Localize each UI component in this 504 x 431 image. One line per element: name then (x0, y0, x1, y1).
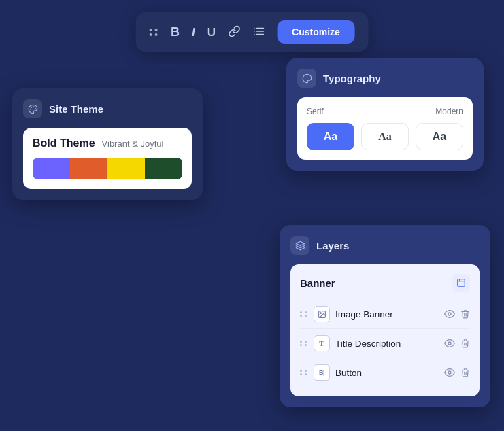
layers-title: Layers (316, 240, 349, 252)
toolbar-card: B I U Customize (135, 12, 369, 52)
list-icon[interactable] (252, 25, 265, 39)
layers-content: Banner Image Banner (290, 264, 480, 396)
delete-icon[interactable] (460, 309, 470, 319)
layer-name-title-description: Title Description (335, 339, 439, 349)
layer-item-title-description: T Title Description (300, 329, 470, 358)
button-icon: B| (314, 364, 330, 381)
theme-color-swatches (33, 158, 182, 179)
visibility-icon[interactable] (444, 367, 455, 378)
layers-section-header: Banner (300, 274, 470, 292)
layers-card: Layers Banner (280, 225, 490, 407)
layers-icon (290, 236, 309, 255)
typography-card: Typography Serif Modern Aa Aa Aa (286, 58, 484, 171)
site-theme-card: Site Theme Bold Theme Vibrant & Joyful (12, 88, 203, 200)
customize-button[interactable]: Customize (277, 20, 355, 44)
italic-icon[interactable]: I (192, 27, 195, 38)
svg-point-18 (448, 371, 451, 374)
bold-icon[interactable]: B (171, 26, 180, 38)
typo-btn-serif[interactable]: Aa (361, 123, 409, 150)
typography-header: Typography (297, 69, 473, 88)
visibility-icon[interactable] (444, 338, 455, 349)
site-theme-header: Site Theme (23, 99, 192, 118)
typography-buttons: Aa Aa Aa (307, 123, 463, 150)
link-icon[interactable] (228, 25, 240, 39)
window-icon (452, 274, 470, 292)
typo-btn-modern[interactable]: Aa (416, 123, 463, 150)
typo-btn-default[interactable]: Aa (307, 123, 354, 150)
typography-labels: Serif Modern (307, 107, 463, 116)
typography-title: Typography (323, 73, 381, 84)
layer-actions-title-description (444, 338, 470, 349)
layers-section-title: Banner (300, 277, 335, 289)
svg-point-6 (33, 106, 34, 107)
svg-point-9 (30, 109, 31, 109)
drag-dots-icon[interactable] (300, 311, 308, 317)
svg-point-16 (448, 313, 451, 315)
text-icon: T (314, 335, 330, 351)
drag-dots-icon[interactable] (300, 370, 308, 375)
layer-actions-button (444, 367, 470, 378)
svg-rect-11 (458, 279, 465, 287)
svg-point-17 (448, 342, 451, 345)
theme-name: Bold Theme (33, 137, 95, 150)
theme-name-row: Bold Theme Vibrant & Joyful (33, 137, 182, 150)
modern-label: Modern (435, 107, 463, 116)
delete-icon[interactable] (460, 339, 470, 348)
layer-item-image-banner: Image Banner (300, 300, 470, 329)
delete-icon[interactable] (460, 368, 470, 377)
svg-point-8 (31, 107, 32, 107)
serif-label: Serif (307, 107, 324, 116)
typography-icon (297, 69, 316, 88)
color-swatch-yellow (107, 158, 145, 179)
drag-handle-icon (149, 29, 158, 36)
palette-icon (23, 99, 42, 118)
layer-name-button: Button (335, 368, 439, 378)
theme-preview-box: Bold Theme Vibrant & Joyful (23, 128, 192, 189)
typography-options: Serif Modern Aa Aa Aa (297, 97, 473, 160)
svg-marker-10 (296, 241, 305, 245)
underline-icon[interactable]: U (207, 27, 216, 38)
layer-actions-image-banner (444, 309, 470, 320)
svg-point-15 (320, 312, 321, 313)
theme-subtitle: Vibrant & Joyful (102, 139, 164, 149)
layers-header: Layers (290, 236, 480, 255)
svg-point-7 (35, 108, 35, 109)
site-theme-title: Site Theme (49, 103, 103, 115)
image-icon (314, 306, 330, 322)
color-swatch-orange (70, 158, 107, 179)
color-swatch-purple (33, 158, 70, 179)
layer-item-button: B| Button (300, 358, 470, 387)
drag-dots-icon[interactable] (300, 341, 308, 346)
color-swatch-green (145, 158, 182, 179)
visibility-icon[interactable] (444, 309, 455, 320)
layer-name-image-banner: Image Banner (335, 309, 439, 320)
